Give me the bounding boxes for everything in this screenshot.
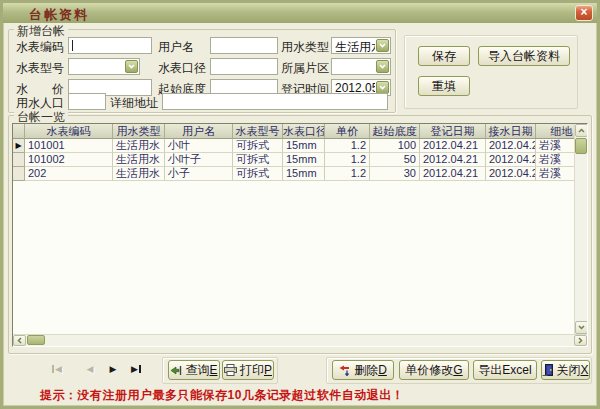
grid-header: 水表型号 bbox=[233, 124, 283, 139]
cell-water-type[interactable]: 生活用水 bbox=[113, 167, 165, 181]
cell-caliber[interactable]: 15mm bbox=[283, 139, 325, 153]
nav-last-button[interactable]: ▶ bbox=[127, 362, 145, 376]
meter-model-label: 水表型号 bbox=[16, 60, 64, 77]
text-caret bbox=[72, 40, 73, 51]
window-title: 台帐资料 bbox=[29, 6, 89, 24]
first-bar-icon bbox=[52, 365, 54, 373]
cell-connect-date[interactable]: 2012.04.21 bbox=[486, 167, 536, 181]
cell-register-date[interactable]: 2012.04.21 bbox=[420, 153, 486, 167]
water-type-label: 用水类型 bbox=[281, 39, 329, 56]
table-row[interactable]: 101002 生活用水 小叶子 可拆式 15mm 1.2 50 2012.04.… bbox=[13, 153, 587, 167]
delete-button[interactable]: 删除D bbox=[332, 360, 394, 380]
cell-register-date[interactable]: 2012.04.21 bbox=[420, 167, 486, 181]
cell-meter-code[interactable]: 202 bbox=[25, 167, 113, 181]
cell-initial-reading[interactable]: 100 bbox=[370, 139, 420, 153]
next-arrow-icon: ▶ bbox=[110, 364, 117, 374]
last-arrow-icon: ▶ bbox=[131, 364, 138, 374]
close-icon: × bbox=[580, 5, 587, 19]
grid-header-row: 水表编码 用水类型 用户名 水表型号 水表口径 单价 起始底度 登记日期 接水日… bbox=[13, 124, 587, 139]
close-window-button[interactable]: × bbox=[575, 5, 593, 21]
chevron-right-icon bbox=[578, 337, 583, 344]
meter-code-label: 水表编码 bbox=[16, 39, 64, 56]
district-select[interactable] bbox=[331, 58, 391, 75]
chevron-down-icon[interactable] bbox=[125, 60, 138, 73]
cell-water-type[interactable]: 生活用水 bbox=[113, 153, 165, 167]
table-row[interactable]: 202 生活用水 小子 可拆式 15mm 1.2 30 2012.04.21 2… bbox=[13, 167, 587, 181]
query-button[interactable]: 查询E bbox=[168, 360, 220, 380]
save-button-label: 保存 bbox=[432, 48, 456, 65]
water-type-select[interactable]: 生活用水 bbox=[331, 37, 391, 54]
caliber-input[interactable] bbox=[210, 58, 278, 75]
export-excel-button[interactable]: 导出Excel bbox=[473, 360, 537, 380]
chevron-left-icon bbox=[17, 337, 22, 344]
nav-prev-button[interactable]: ◀ bbox=[81, 362, 99, 376]
scroll-down-button[interactable] bbox=[575, 321, 588, 334]
grid-header: 登记日期 bbox=[420, 124, 486, 139]
grid-header: 水表编码 bbox=[25, 124, 113, 139]
meter-code-input[interactable] bbox=[68, 37, 152, 54]
delete-icon bbox=[339, 365, 351, 376]
cell-user-name[interactable]: 小叶 bbox=[165, 139, 233, 153]
meter-model-select[interactable] bbox=[68, 58, 140, 75]
chevron-down-icon bbox=[578, 325, 585, 330]
cell-register-date[interactable]: 2012.04.21 bbox=[420, 139, 486, 153]
grid-header: 接水日期 bbox=[486, 124, 536, 139]
cell-unit-price[interactable]: 1.2 bbox=[325, 153, 370, 167]
last-bar-icon bbox=[139, 365, 141, 373]
cell-unit-price[interactable]: 1.2 bbox=[325, 167, 370, 181]
chevron-down-icon[interactable] bbox=[376, 60, 389, 73]
close-button-label: 关闭 bbox=[556, 363, 580, 377]
cell-connect-date[interactable]: 2012.04.21 bbox=[486, 139, 536, 153]
cell-caliber[interactable]: 15mm bbox=[283, 153, 325, 167]
user-name-label: 用户名 bbox=[158, 39, 194, 56]
cell-meter-model[interactable]: 可拆式 bbox=[233, 167, 283, 181]
prev-arrow-icon: ◀ bbox=[87, 364, 94, 374]
save-button[interactable]: 保存 bbox=[418, 46, 470, 66]
cell-caliber[interactable]: 15mm bbox=[283, 167, 325, 181]
grid-header: 水表口径 bbox=[283, 124, 325, 139]
delete-button-label: 删除 bbox=[354, 363, 378, 377]
cell-meter-code[interactable]: 101001 bbox=[25, 139, 113, 153]
row-indicator: ▶ bbox=[13, 139, 25, 153]
horizontal-scrollbar[interactable] bbox=[13, 334, 587, 346]
vertical-scrollbar[interactable] bbox=[574, 124, 587, 334]
print-button[interactable]: 打印P bbox=[222, 360, 274, 380]
cell-initial-reading[interactable]: 30 bbox=[370, 167, 420, 181]
query-button-label: 查询 bbox=[185, 363, 209, 377]
population-input[interactable] bbox=[68, 93, 106, 110]
vertical-scroll-thumb[interactable] bbox=[575, 138, 587, 154]
cell-connect-date[interactable]: 2012.04.21 bbox=[486, 153, 536, 167]
cell-meter-model[interactable]: 可拆式 bbox=[233, 153, 283, 167]
grid-header: 起始底度 bbox=[370, 124, 420, 139]
scroll-right-button[interactable] bbox=[574, 335, 587, 346]
import-account-button[interactable]: 导入台帐资料 bbox=[478, 46, 570, 66]
new-account-group-label: 新增台帐 bbox=[14, 23, 68, 40]
address-input[interactable] bbox=[162, 93, 388, 110]
cell-meter-code[interactable]: 101002 bbox=[25, 153, 113, 167]
exit-door-icon bbox=[542, 364, 553, 376]
title-bar[interactable]: 台帐资料 × bbox=[3, 3, 597, 23]
caliber-label: 水表口径 bbox=[158, 60, 206, 77]
cell-unit-price[interactable]: 1.2 bbox=[325, 139, 370, 153]
grid-header: 用水类型 bbox=[113, 124, 165, 139]
price-edit-button[interactable]: 单价修改G bbox=[399, 360, 469, 380]
chevron-down-icon[interactable] bbox=[376, 39, 389, 52]
close-button[interactable]: 关闭X bbox=[541, 360, 590, 380]
hint-text: 提示：没有注册用户最多只能保存10几条记录超过软件自动退出！ bbox=[40, 387, 404, 404]
user-name-input[interactable] bbox=[210, 37, 278, 54]
cell-user-name[interactable]: 小子 bbox=[165, 167, 233, 181]
scroll-left-button[interactable] bbox=[13, 335, 26, 346]
nav-next-button[interactable]: ▶ bbox=[104, 362, 122, 376]
cell-water-type[interactable]: 生活用水 bbox=[113, 139, 165, 153]
cell-initial-reading[interactable]: 50 bbox=[370, 153, 420, 167]
cell-user-name[interactable]: 小叶子 bbox=[165, 153, 233, 167]
nav-first-button[interactable]: ◀ bbox=[48, 362, 66, 376]
horizontal-scroll-thumb[interactable] bbox=[27, 335, 45, 345]
reset-button[interactable]: 重填 bbox=[418, 76, 470, 96]
scroll-up-button[interactable] bbox=[575, 124, 588, 137]
table-row[interactable]: ▶ 101001 生活用水 小叶 可拆式 15mm 1.2 100 2012.0… bbox=[13, 139, 587, 153]
address-label: 详细地址 bbox=[110, 95, 158, 112]
grid-header: 单价 bbox=[325, 124, 370, 139]
cell-meter-model[interactable]: 可拆式 bbox=[233, 139, 283, 153]
reset-button-label: 重填 bbox=[432, 78, 456, 95]
